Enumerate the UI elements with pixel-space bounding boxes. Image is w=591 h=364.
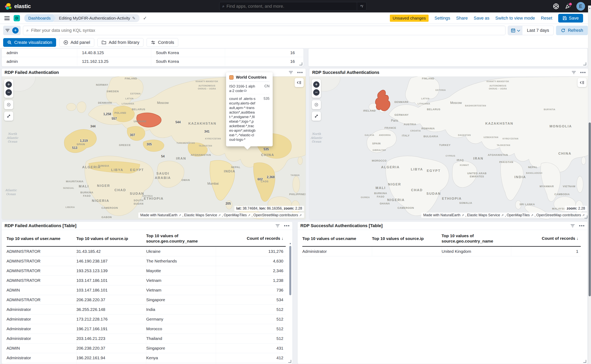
column-header: Count of records↓ [216, 230, 286, 247]
panel-filter-icon[interactable] [570, 223, 576, 229]
map-country-label: GALICIA [365, 134, 374, 136]
table-row: Administrator196.217.166.191Morocco512 [7, 324, 286, 334]
map-country-label: NIGER [97, 184, 110, 188]
map-value-label: 305 [147, 143, 152, 146]
map-value-label: 557 [112, 117, 117, 120]
breadcrumb-current-label: Editing MyDFIR-Authentication-Activity [59, 16, 130, 20]
breadcrumb-current[interactable]: Editing MyDFIR-Authentication-Activity ✎ [53, 14, 139, 22]
global-search[interactable]: ⌕ ^/ [219, 2, 367, 10]
map-value-label: 1,319 [80, 139, 88, 143]
set-view-button[interactable] [4, 100, 13, 109]
newsfeed-icon[interactable] [565, 3, 571, 10]
attribution-link[interactable]: OpenStreetMap contributors [253, 213, 298, 217]
breadcrumb: Dashboards Editing MyDFIR-Authentication… [24, 14, 147, 22]
settings-link[interactable]: Settings [434, 16, 450, 21]
map-country-label: SUDAN [130, 192, 144, 196]
panel-resize-handle[interactable] [584, 215, 587, 218]
save-icon [563, 16, 567, 20]
user-avatar[interactable]: E [576, 2, 585, 11]
save-button[interactable]: Save [558, 14, 583, 23]
add-panel-button[interactable]: Add panel [59, 38, 94, 47]
create-visualization-button[interactable]: Create visualization [3, 38, 56, 47]
panel-resize-handle[interactable] [583, 62, 586, 65]
space-avatar[interactable]: D [14, 15, 20, 21]
kql-search-bar[interactable]: ⌕ [23, 26, 506, 35]
panel-filter-icon[interactable] [275, 223, 281, 229]
refresh-button[interactable]: Refresh [556, 26, 588, 35]
controls-button[interactable]: Controls [147, 38, 178, 47]
share-link[interactable]: Share [456, 16, 468, 21]
table-cell: Administrator [7, 314, 76, 324]
map-viewport[interactable]: FINLANDESTONIALATVIALITHUANIADENMARKBELA… [309, 76, 589, 219]
legend-toggle-button[interactable] [295, 78, 304, 87]
fit-to-data-button[interactable] [4, 112, 13, 121]
filter-icon[interactable] [5, 28, 10, 33]
add-panel-label: Add panel [71, 40, 90, 45]
zoom-out-button[interactable]: − [313, 89, 320, 96]
plus-circle-icon [63, 40, 68, 45]
attribution-link[interactable]: OpenStreetMap contributors [536, 213, 581, 217]
map-country-label: TURKEY [439, 143, 451, 147]
folder-icon [102, 40, 106, 45]
sort-desc-icon: ↓ [281, 236, 283, 240]
zoom-in-button[interactable]: + [313, 81, 320, 88]
set-view-button[interactable] [312, 100, 321, 109]
map-country-label: LATVIA [125, 97, 134, 100]
attribution-link[interactable]: OpenMapTiles [224, 213, 247, 217]
map-country-label: FINLAND [422, 77, 434, 80]
global-search-input[interactable] [226, 4, 357, 9]
panel-options-icon[interactable] [579, 223, 585, 229]
legend-toggle-button[interactable] [578, 78, 587, 87]
attribution-link[interactable]: Elastic Maps Service [184, 213, 217, 217]
page-scrollbar[interactable]: ▲ [588, 6, 591, 364]
add-filter-button[interactable]: + [12, 27, 19, 33]
fit-to-data-button[interactable] [312, 112, 321, 121]
edit-title-icon[interactable]: ✎ [132, 16, 136, 20]
panel-resize-handle[interactable] [299, 62, 302, 65]
map-country-label: CAMEROON [101, 206, 118, 210]
map-country-label: AFGHANISTAN [191, 153, 211, 157]
panel-options-icon[interactable] [297, 70, 303, 75]
map-country-label: ITALY [402, 134, 410, 137]
map-country-label: UKRAINE [134, 120, 146, 123]
reset-link[interactable]: Reset [541, 16, 552, 21]
panel-resize-handle[interactable] [288, 360, 291, 363]
panel-filter-icon[interactable] [571, 70, 577, 75]
panel-options-icon[interactable] [580, 70, 586, 75]
table-cell: 121.162.13.25 [77, 57, 151, 65]
attribution-link[interactable]: Elastic Maps Service [467, 213, 500, 217]
panel-filter-icon[interactable] [288, 70, 294, 75]
coord-key: zoom: [567, 206, 577, 210]
table-scrollbar[interactable]: ▲ [289, 242, 292, 358]
scrollbar-thumb[interactable] [589, 123, 591, 296]
elastic-logo[interactable]: elastic [5, 3, 31, 10]
map-country-label: GERMANY [394, 113, 409, 117]
breadcrumb-dashboards[interactable]: Dashboards [24, 14, 56, 22]
map-country-label: ANDORRA [379, 134, 391, 136]
map-country-label: POLAND [114, 111, 126, 115]
date-quick-menu[interactable] [508, 26, 522, 35]
panel-resize-handle[interactable] [583, 360, 586, 363]
column-header: Top 10 values of source.ip [372, 230, 441, 247]
panel-options-icon[interactable] [284, 223, 290, 229]
map-country-label: NEPAL [231, 165, 241, 169]
attribution-link[interactable]: Made with NaturalEarth [140, 213, 177, 217]
menu-icon[interactable] [4, 16, 10, 20]
map-country-label: KYRGYZSTAN [502, 137, 518, 140]
time-range-button[interactable]: Last 7 days [522, 28, 553, 33]
kql-input[interactable] [31, 28, 505, 33]
zoom-out-button[interactable]: − [6, 89, 12, 96]
map-country-label: EGYPT [130, 168, 144, 172]
nav-actions: Unsaved changes Settings Share Save as S… [390, 14, 583, 23]
attribution-link[interactable]: OpenMapTiles [507, 213, 530, 217]
switch-view-mode-link[interactable]: Switch to view mode [495, 16, 535, 21]
date-picker: Last 7 days [508, 26, 554, 35]
add-from-library-button[interactable]: Add from library [97, 38, 144, 47]
zoom-in-button[interactable]: + [6, 81, 12, 88]
scroll-up-arrow[interactable]: ▲ [588, 7, 591, 9]
help-icon[interactable] [553, 3, 559, 10]
attribution-link[interactable]: Made with NaturalEarth [423, 213, 460, 217]
save-as-link[interactable]: Save as [474, 16, 489, 21]
table-cell: admin [2, 48, 77, 57]
table-cell: 119.160.107.132 [76, 363, 146, 364]
